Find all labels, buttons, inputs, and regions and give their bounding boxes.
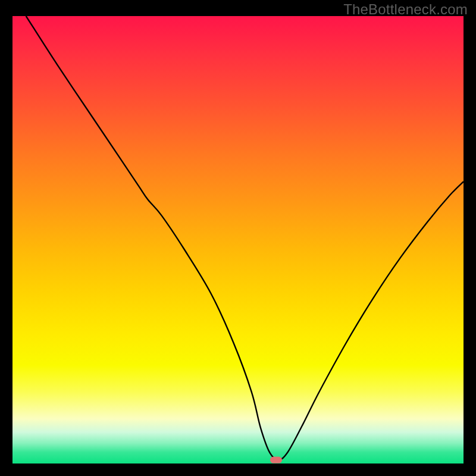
sweet-spot-marker bbox=[270, 456, 282, 463]
plot-area bbox=[12, 16, 464, 464]
watermark-text: TheBottleneck.com bbox=[343, 1, 468, 18]
curve-svg bbox=[12, 16, 464, 464]
chart-frame: TheBottleneck.com bbox=[0, 0, 476, 476]
bottleneck-curve bbox=[26, 16, 464, 460]
